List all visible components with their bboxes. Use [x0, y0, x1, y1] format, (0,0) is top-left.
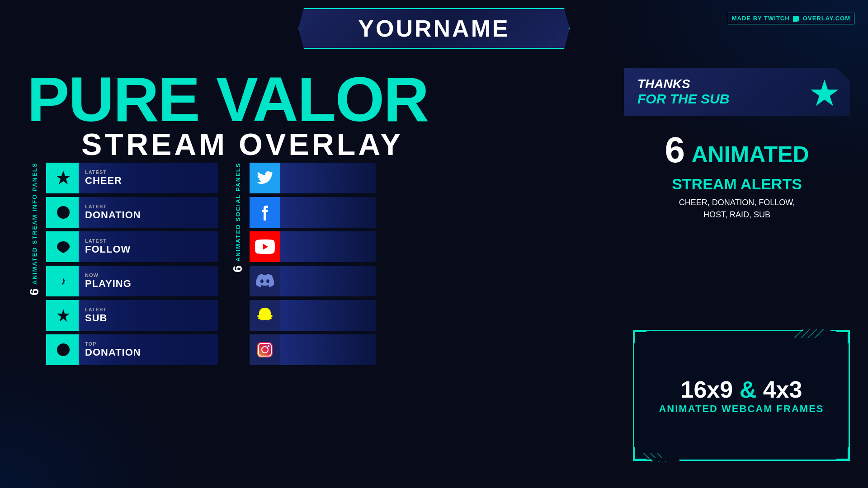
webcam-frame: 16x9 & 4x3 ANIMATED WEBCAM FRAMES — [633, 330, 850, 461]
social-discord — [250, 266, 376, 296]
alerts-title: 6 ANIMATED — [624, 129, 850, 171]
alerts-count: 6 — [665, 130, 685, 170]
svg-text:$: $ — [61, 347, 65, 354]
thanks-text: THANKS — [637, 77, 814, 91]
bracket-right — [569, 9, 587, 50]
panel-sub-main: SUB — [85, 312, 107, 324]
alerts-label2: STREAM ALERTS — [624, 175, 850, 193]
panel-follow-small: LATEST — [85, 238, 131, 244]
twitch-icon — [793, 16, 799, 22]
streamer-name: YOURNAME — [358, 15, 509, 42]
star-icon: ★ — [808, 72, 841, 114]
title-stream-overlay: STREAM OVERLAY — [81, 127, 428, 162]
panel-donation-small: LATEST — [85, 204, 141, 209]
social-youtube — [250, 231, 376, 262]
panel-follow-icon — [48, 231, 79, 262]
panel-sub-small: LATEST — [85, 307, 107, 312]
panel-topdonation-main: DONATION — [85, 347, 141, 358]
alerts-label1: ANIMATED — [691, 142, 809, 167]
corner-br — [836, 447, 850, 461]
bg-accent-bottom-left — [0, 352, 181, 488]
discord-bar — [280, 266, 376, 296]
twitter-bar — [280, 163, 376, 193]
watermark: MADE BY TWITCH OVERLAY.COM — [728, 13, 854, 24]
title-pure-valor: PURE VALOR — [27, 68, 428, 131]
svg-text:♪: ♪ — [61, 275, 66, 287]
left-vertical-label: 6 ANIMATED STREAM INFO PANELS — [27, 163, 42, 296]
panel-topdonation-text: TOP DONATION — [79, 341, 141, 358]
svg-text:$: $ — [61, 209, 66, 216]
social-twitter — [250, 163, 376, 193]
panel-sub-text: LATEST SUB — [79, 307, 107, 324]
facebook-icon-box — [250, 197, 280, 228]
facebook-bar — [280, 197, 376, 228]
left-label-text: ANIMATED STREAM INFO PANELS — [31, 163, 38, 285]
panel-nowplaying-main: PLAYING — [85, 278, 132, 290]
social-label-text: ANIMATED SOCIAL PANELS — [235, 163, 241, 262]
social-instagram — [250, 334, 376, 365]
panel-cheer-icon — [48, 163, 79, 193]
panel-nowplaying-small: NOW — [85, 272, 132, 278]
discord-icon-box — [250, 266, 280, 296]
panel-donation: $ LATEST DONATION — [46, 197, 218, 228]
right-alerts-section: THANKS FOR THE SUB ★ 6 ANIMATED STREAM A… — [624, 68, 850, 221]
svg-marker-5 — [57, 309, 70, 322]
youtube-icon-box — [250, 231, 280, 262]
deco-lines-bottom — [643, 453, 689, 462]
instagram-icon-box — [250, 334, 280, 365]
left-count: 6 — [27, 287, 42, 296]
panel-follow-text: LATEST FOLLOW — [79, 238, 131, 255]
bracket-left — [281, 9, 299, 50]
webcam-amp: & — [740, 376, 757, 403]
panel-donation-text: LATEST DONATION — [79, 204, 141, 221]
svg-marker-0 — [56, 171, 71, 184]
twitter-icon-box — [250, 163, 280, 193]
panel-nowplaying-text: NOW PLAYING — [79, 272, 132, 290]
for-sub-text: FOR THE SUB — [637, 91, 814, 107]
main-title-area: PURE VALOR STREAM OVERLAY — [27, 68, 428, 162]
social-panels-section: 6 ANIMATED SOCIAL PANELS — [231, 163, 376, 365]
corner-tl — [633, 330, 646, 343]
svg-point-11 — [268, 345, 269, 347]
panel-cheer-text: LATEST CHEER — [79, 169, 122, 187]
panel-cheer-small: LATEST — [85, 169, 122, 175]
snapchat-icon-box — [250, 300, 280, 331]
alerts-desc: CHEER, DONATION, FOLLOW,HOST, RAID, SUB — [624, 197, 850, 221]
panel-follow-main: FOLLOW — [85, 244, 131, 255]
deco-lines-top — [794, 329, 840, 338]
svg-line-18 — [657, 453, 666, 462]
snapchat-bar — [280, 300, 376, 331]
youtube-bar — [280, 231, 376, 262]
webcam-desc-text: ANIMATED WEBCAM FRAMES — [659, 403, 824, 415]
panel-topdonation-small: TOP — [85, 341, 141, 347]
webcam-size-text: 16x9 & 4x3 — [681, 376, 802, 403]
social-count: 6 — [231, 265, 245, 273]
panel-donation-icon: $ — [48, 197, 79, 228]
panel-follow: LATEST FOLLOW — [46, 231, 218, 262]
panel-cheer: LATEST CHEER — [46, 163, 218, 193]
social-snapchat — [250, 300, 376, 331]
panel-donation-main: DONATION — [85, 209, 141, 221]
panel-nowplaying-icon: ♪ — [48, 266, 79, 296]
social-facebook — [250, 197, 376, 228]
panels-list: LATEST CHEER $ LATEST DONATION LATEST FO… — [46, 163, 218, 365]
panel-sub-icon — [48, 300, 79, 331]
thanks-banner: THANKS FOR THE SUB ★ — [624, 68, 850, 116]
left-panels-section: 6 ANIMATED STREAM INFO PANELS LATEST CHE… — [27, 163, 218, 365]
panel-nowplaying: ♪ NOW PLAYING — [46, 266, 218, 296]
social-list — [250, 163, 376, 365]
panel-topdonation-icon: $ — [48, 334, 79, 365]
panel-sub: LATEST SUB — [46, 300, 218, 331]
instagram-bar — [280, 334, 376, 365]
panel-cheer-main: CHEER — [85, 175, 122, 187]
name-banner: YOURNAME — [298, 8, 570, 49]
panel-topdonation: $ TOP DONATION — [46, 334, 218, 365]
social-vertical-label: 6 ANIMATED SOCIAL PANELS — [231, 163, 245, 272]
